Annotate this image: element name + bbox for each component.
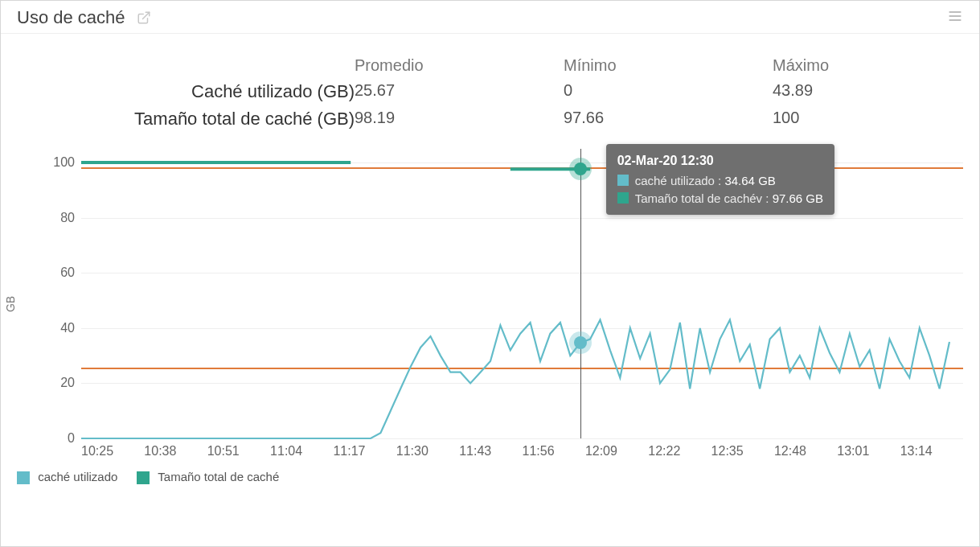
used-avg: 25.67: [355, 78, 564, 105]
x-tick: 13:14: [900, 444, 963, 459]
col-min: Mínimo: [564, 53, 773, 78]
x-tick: 11:04: [270, 444, 333, 459]
y-tick: 0: [46, 431, 75, 446]
x-tick: 11:30: [396, 444, 459, 459]
legend-swatch-total: [137, 471, 150, 484]
x-axis-ticks: 10:2510:3810:5111:0411:1711:3011:4311:56…: [81, 444, 963, 459]
col-max: Máximo: [773, 53, 963, 78]
x-tick: 11:17: [333, 444, 396, 459]
x-tick: 12:09: [585, 444, 648, 459]
x-tick: 12:48: [774, 444, 837, 459]
series-line: [81, 162, 590, 169]
y-tick: 20: [46, 376, 75, 390]
legend: caché utilizado Tamaño total de caché: [1, 459, 979, 496]
plot-area[interactable]: 02040608010002-Mar-20 12:30caché utiliza…: [81, 149, 963, 439]
series-line: [81, 320, 949, 438]
panel-title: Uso de caché: [17, 7, 125, 28]
x-tick: 10:51: [207, 444, 270, 459]
y-tick: 40: [46, 321, 75, 335]
y-tick: 100: [46, 155, 75, 170]
x-tick: 11:56: [523, 444, 585, 459]
svg-line-0: [142, 12, 149, 19]
row-used-label: Caché utilizado (GB): [17, 78, 355, 105]
stats-table: Promedio Mínimo Máximo Caché utilizado (…: [1, 34, 979, 141]
hover-point: [574, 162, 587, 175]
cache-usage-panel: Uso de caché Promedio Mínimo Máximo Cach…: [0, 0, 980, 547]
legend-swatch-used: [17, 471, 30, 484]
x-tick: 13:01: [837, 444, 900, 459]
total-max: 100: [773, 105, 963, 133]
total-avg: 98.19: [355, 105, 564, 133]
row-total-label: Tamaño total de caché (GB): [17, 105, 355, 133]
chart-area: GB 02040608010002-Mar-20 12:30caché util…: [17, 149, 963, 459]
panel-header: Uso de caché: [1, 1, 979, 34]
y-axis-label: GB: [4, 295, 17, 311]
used-max: 43.89: [773, 78, 963, 105]
chart-tooltip: 02-Mar-20 12:30caché utilizado : 34.64 G…: [606, 144, 834, 215]
open-external-icon[interactable]: [137, 10, 151, 25]
total-min: 97.66: [564, 105, 773, 133]
hover-vertical-line: [580, 149, 581, 438]
y-tick: 80: [46, 211, 75, 225]
x-tick: 12:22: [648, 444, 711, 459]
x-tick: 10:25: [81, 444, 144, 459]
hamburger-menu-icon[interactable]: [947, 8, 963, 27]
x-tick: 10:38: [144, 444, 207, 459]
legend-label-total: Tamaño total de caché: [158, 470, 279, 483]
x-tick: 11:43: [459, 444, 522, 459]
used-min: 0: [564, 78, 773, 105]
tooltip-date: 02-Mar-20 12:30: [617, 152, 823, 170]
legend-item-total[interactable]: Tamaño total de caché: [137, 470, 279, 484]
y-tick: 60: [46, 265, 75, 280]
legend-item-used[interactable]: caché utilizado: [17, 470, 117, 484]
col-avg: Promedio: [355, 53, 564, 78]
legend-label-used: caché utilizado: [38, 470, 117, 483]
x-tick: 12:35: [711, 444, 774, 459]
hover-point: [574, 336, 587, 349]
